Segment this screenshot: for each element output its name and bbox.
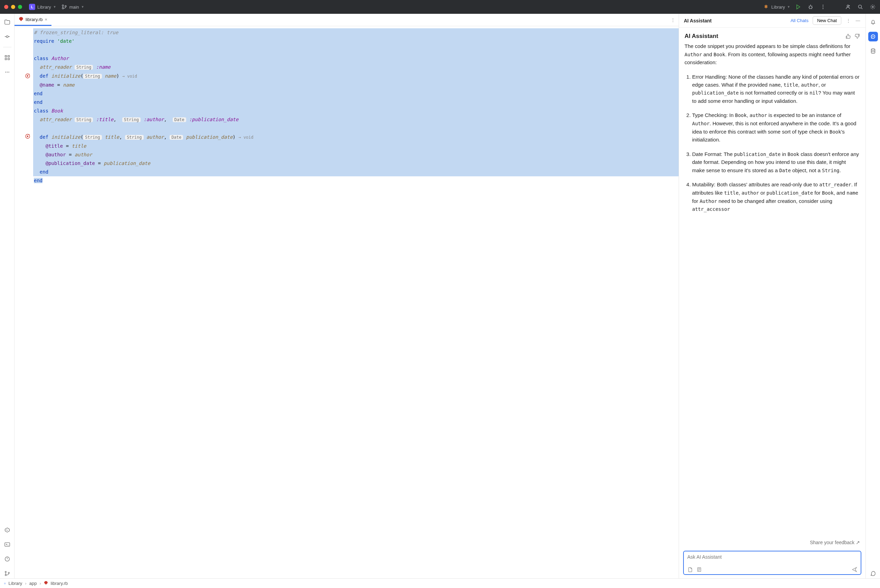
terminal-tool-icon[interactable]	[2, 540, 12, 549]
gutter-row	[30, 149, 33, 158]
svg-point-26	[871, 49, 875, 50]
vcs-tool-icon[interactable]	[2, 568, 12, 578]
all-chats-link[interactable]: All Chats	[791, 18, 808, 23]
send-icon[interactable]	[852, 567, 857, 572]
gutter-row	[30, 63, 33, 71]
gutter-row	[30, 106, 33, 115]
close-window-icon[interactable]	[4, 5, 8, 9]
assistant-input[interactable]	[683, 551, 861, 575]
svg-point-5	[823, 6, 824, 8]
assistant-suggestion-item: Date Format: The publication_date in Boo…	[692, 150, 860, 175]
assistant-suggestion-item: Error Handling: None of the classes hand…	[692, 73, 860, 105]
svg-rect-11	[5, 56, 6, 57]
gutter-row	[30, 141, 33, 149]
gutter-row	[30, 88, 33, 97]
project-tool-icon[interactable]	[2, 17, 12, 27]
chevron-down-icon: ▼	[81, 5, 84, 9]
svg-rect-13	[5, 58, 6, 60]
ruby-file-icon	[44, 581, 48, 586]
svg-point-9	[872, 6, 874, 8]
svg-point-3	[809, 6, 812, 9]
svg-rect-12	[8, 56, 9, 57]
project-name: Library	[37, 4, 51, 10]
gutter-row[interactable]	[25, 71, 33, 80]
new-chat-button[interactable]: New Chat	[813, 16, 841, 25]
problems-tool-icon[interactable]	[2, 554, 12, 564]
thumbs-up-icon[interactable]	[845, 33, 851, 39]
editor-gutter	[15, 26, 33, 578]
svg-point-7	[847, 5, 849, 7]
close-tab-icon[interactable]: ×	[45, 17, 48, 22]
breadcrumb-folder[interactable]: app	[29, 581, 37, 586]
more-icon[interactable]	[820, 4, 826, 10]
gutter-row	[30, 166, 33, 175]
ai-assistant-panel: AI Assistant All Chats New Chat ⋮ — AI A…	[679, 14, 865, 578]
settings-icon[interactable]	[869, 4, 876, 10]
assistant-suggestion-item: Mutability: Both classes' attributes are…	[692, 180, 860, 213]
minimize-window-icon[interactable]	[11, 5, 15, 9]
svg-point-15	[5, 72, 6, 72]
breadcrumb-root-icon: ▫	[4, 581, 6, 586]
assistant-text-field[interactable]	[687, 554, 857, 560]
svg-point-4	[823, 5, 824, 6]
notifications-icon[interactable]	[868, 17, 878, 27]
run-config-name: Library	[771, 4, 785, 10]
left-tool-rail	[0, 14, 15, 578]
gutter-row[interactable]	[25, 132, 33, 141]
branch-icon	[61, 4, 67, 10]
assistant-suggestion-list: Error Handling: None of the classes hand…	[692, 73, 860, 214]
svg-point-16	[6, 72, 7, 72]
assistant-more-icon[interactable]: ⋮	[845, 18, 851, 24]
gutter-row	[30, 80, 33, 88]
assistant-minimize-icon[interactable]: —	[855, 18, 860, 24]
status-bar: ▫ Library › app › library.rb	[0, 578, 880, 588]
gutter-row	[30, 123, 33, 132]
maximize-window-icon[interactable]	[18, 5, 22, 9]
tab-label: library.rb	[26, 17, 43, 22]
code-area[interactable]: # frozen_string_literal: truerequire 'da…	[33, 26, 678, 578]
breadcrumb-root[interactable]: Library	[9, 581, 23, 586]
assistant-message-title: AI Assistant	[684, 32, 718, 41]
attach-file-icon[interactable]	[696, 567, 702, 572]
svg-point-1	[62, 8, 63, 9]
run-button[interactable]	[795, 4, 801, 10]
assistant-header-title: AI Assistant	[684, 18, 712, 24]
tabs-more-icon[interactable]: ⋮	[667, 17, 678, 22]
gutter-row	[30, 37, 33, 45]
svg-point-10	[6, 36, 8, 37]
breadcrumb-file[interactable]: library.rb	[51, 581, 68, 586]
run-config-selector[interactable]: Library ▼	[763, 4, 790, 10]
gutter-row	[30, 115, 33, 123]
feedback-link[interactable]: Share your feedback ↗	[679, 538, 865, 548]
chevron-right-icon: ›	[39, 581, 41, 586]
gutter-row	[30, 45, 33, 54]
assistant-suggestion-item: Type Checking: In Book, author is expect…	[692, 111, 860, 144]
services-tool-icon[interactable]	[2, 525, 12, 535]
svg-point-6	[823, 8, 824, 9]
chevron-down-icon: ▼	[53, 5, 56, 9]
project-badge: L	[29, 4, 35, 10]
run-config-icon	[763, 4, 769, 10]
gutter-row	[30, 28, 33, 37]
tab-library-rb[interactable]: library.rb ×	[15, 14, 51, 26]
more-tools-icon[interactable]	[2, 67, 12, 77]
vcs-branch-selector[interactable]: main ▼	[61, 4, 84, 10]
editor[interactable]: # frozen_string_literal: truerequire 'da…	[15, 26, 678, 578]
project-selector[interactable]: L Library ▼	[29, 4, 56, 10]
title-bar: L Library ▼ main ▼ Library ▼	[0, 0, 880, 14]
structure-tool-icon[interactable]	[2, 53, 12, 63]
svg-rect-14	[8, 58, 9, 60]
ruby-file-icon	[19, 16, 24, 22]
chevron-right-icon: ›	[25, 581, 26, 586]
debug-button[interactable]	[808, 4, 814, 10]
database-tool-icon[interactable]	[868, 46, 878, 56]
ai-assistant-tool-icon[interactable]	[868, 32, 878, 41]
window-controls	[4, 5, 22, 9]
assistant-intro: The code snippet you provided appears to…	[684, 42, 860, 66]
code-with-me-icon[interactable]	[845, 4, 851, 10]
commit-tool-icon[interactable]	[2, 32, 12, 41]
search-icon[interactable]	[857, 4, 863, 10]
attach-context-icon[interactable]	[687, 567, 693, 572]
svg-point-22	[8, 572, 9, 573]
ai-swirl-icon[interactable]	[868, 568, 878, 578]
